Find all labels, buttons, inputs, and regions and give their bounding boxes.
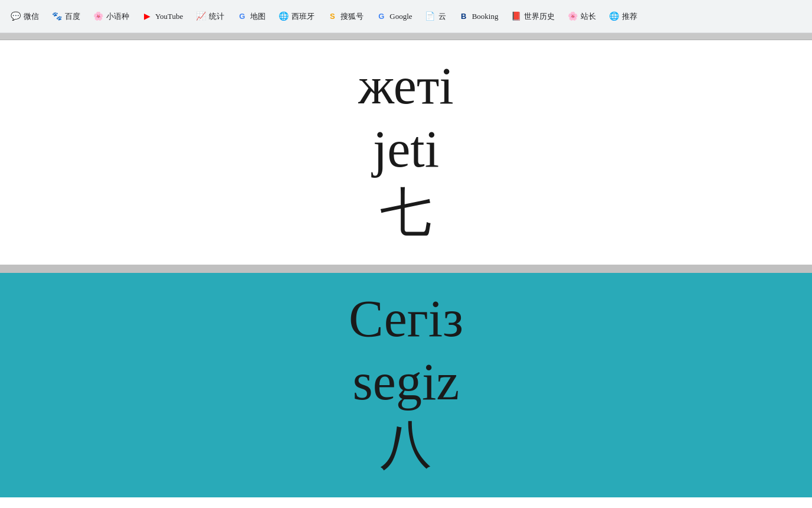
xiaoyuzhong-icon: 🌸 xyxy=(92,11,104,22)
bookmark-sougou-label: 搜狐号 xyxy=(340,11,364,22)
bookmark-shijie-label: 世界历史 xyxy=(524,11,555,22)
statistics-icon: 📈 xyxy=(195,11,207,22)
zhangzhang-icon: 🌸 xyxy=(567,11,578,22)
bookmark-maps-label: 地图 xyxy=(250,11,266,22)
section-seven: жеті jeti 七 xyxy=(0,40,812,265)
weixin-icon: 💬 xyxy=(9,11,21,22)
bookmark-yun-label: 云 xyxy=(438,11,446,22)
bookmark-baidu[interactable]: 🐾 百度 xyxy=(46,8,85,25)
bookmark-booking[interactable]: B Booking xyxy=(453,8,503,25)
youtube-icon: ▶ xyxy=(141,11,153,22)
bookmark-xibanya-label: 西班牙 xyxy=(292,11,315,22)
bookmark-shijie[interactable]: 📕 世界历史 xyxy=(505,8,559,25)
bookmark-xibanya[interactable]: 🌐 西班牙 xyxy=(273,8,319,25)
booking-icon: B xyxy=(458,11,470,22)
bookmark-tuijian-label: 推荐 xyxy=(622,11,637,22)
xibanya-icon: 🌐 xyxy=(277,11,289,22)
bookmark-google-label: Google xyxy=(389,12,412,21)
bookmark-zhangzhang-label: 站长 xyxy=(581,11,596,22)
seven-latin: jeti xyxy=(373,121,439,178)
bookmark-youtube-label: YouTube xyxy=(155,12,183,21)
bookmark-xiaoyuzhong-label: 小语种 xyxy=(106,11,129,22)
bookmark-booking-label: Booking xyxy=(472,12,499,21)
tuijian-icon: 🌐 xyxy=(608,11,620,22)
google-icon: G xyxy=(375,11,387,22)
bookmark-weixin-label: 微信 xyxy=(24,11,39,22)
bookmarks-bar: 💬 微信 🐾 百度 🌸 小语种 ▶ YouTube 📈 统计 G 地图 🌐 西班… xyxy=(0,0,812,33)
baidu-icon: 🐾 xyxy=(51,11,63,22)
eight-cyrillic: Сегіз xyxy=(349,291,463,348)
bookmark-maps[interactable]: G 地图 xyxy=(231,8,270,25)
sougou-icon: S xyxy=(326,11,338,22)
bookmark-statistics[interactable]: 📈 统计 xyxy=(190,8,229,25)
section-divider xyxy=(0,265,812,273)
bookmark-weixin[interactable]: 💬 微信 xyxy=(5,8,44,25)
bookmark-youtube[interactable]: ▶ YouTube xyxy=(136,8,188,25)
bookmark-yun[interactable]: 📄 云 xyxy=(420,8,451,25)
section-eight: Сегіз segiz 八 xyxy=(0,273,812,497)
maps-icon: G xyxy=(236,11,248,22)
bookmark-tuijian[interactable]: 🌐 推荐 xyxy=(603,8,642,25)
eight-chinese: 八 xyxy=(380,417,432,474)
seven-cyrillic: жеті xyxy=(358,58,454,115)
bookmark-zhangzhang[interactable]: 🌸 站长 xyxy=(562,8,601,25)
shijie-icon: 📕 xyxy=(510,11,522,22)
yun-icon: 📄 xyxy=(424,11,436,22)
bookmark-google[interactable]: G Google xyxy=(371,8,417,25)
bookmark-sougou[interactable]: S 搜狐号 xyxy=(322,8,368,25)
bookmark-baidu-label: 百度 xyxy=(65,11,80,22)
bookmark-statistics-label: 统计 xyxy=(209,11,224,22)
bookmark-xiaoyuzhong[interactable]: 🌸 小语种 xyxy=(87,8,134,25)
seven-chinese: 七 xyxy=(380,184,432,242)
eight-latin: segiz xyxy=(353,354,460,411)
scroll-indicator xyxy=(0,33,812,40)
